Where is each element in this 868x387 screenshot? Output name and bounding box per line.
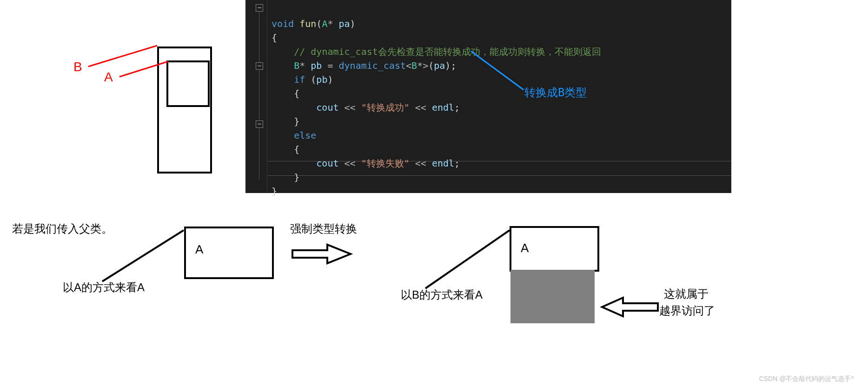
watermark: CSDN @不会敲代码的运气选手^ — [759, 375, 854, 383]
svg-line-4 — [425, 230, 510, 288]
warn-arrow-icon — [600, 294, 660, 320]
view-B-text: 以B的方式来看A — [401, 287, 483, 302]
warn-line1: 这就属于 — [664, 287, 709, 301]
right-pointer-line — [0, 0, 604, 349]
warn-line2: 越界访问了 — [659, 303, 715, 318]
